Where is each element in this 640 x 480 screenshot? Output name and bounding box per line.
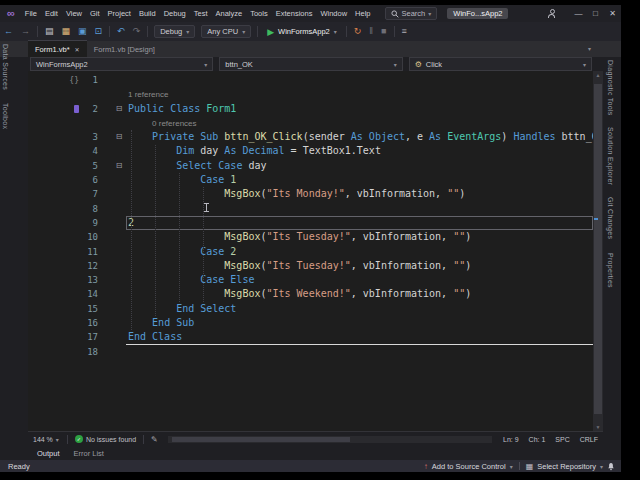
- tool-tab-data-sources[interactable]: Data Sources: [2, 44, 9, 90]
- menu-item-build[interactable]: Build: [135, 5, 160, 22]
- selection-margin[interactable]: [98, 302, 112, 316]
- selection-margin[interactable]: [98, 245, 112, 259]
- edit-pencil-icon[interactable]: ✎: [147, 435, 162, 444]
- code-text[interactable]: End Class: [126, 330, 593, 344]
- start-debugging-button[interactable]: ▶ WinFormsApp2 ▾: [261, 27, 343, 37]
- code-text[interactable]: MsgBox("Its Monday!", vbInformation, ""): [126, 187, 593, 201]
- menu-item-git[interactable]: Git: [86, 5, 104, 22]
- hot-reload-icon[interactable]: ↻: [350, 22, 366, 41]
- code-text[interactable]: [126, 73, 593, 87]
- glyph-margin[interactable]: [28, 216, 82, 230]
- selection-margin[interactable]: [98, 144, 112, 158]
- code-text[interactable]: End Select: [126, 302, 593, 316]
- code-line[interactable]: 8: [28, 202, 593, 216]
- code-line[interactable]: 4 Dim day As Decimal = TextBox1.Text: [28, 144, 593, 158]
- selection-margin[interactable]: [98, 330, 112, 344]
- code-text[interactable]: 2: [126, 216, 593, 230]
- code-line[interactable]: 3⊟ Private Sub bttn_OK_Click(sender As O…: [28, 130, 593, 144]
- select-repository-button[interactable]: Select Repository: [537, 462, 596, 471]
- horizontal-scrollbar[interactable]: [168, 436, 492, 443]
- tool-tab-toolbox[interactable]: Toolbox: [2, 103, 9, 129]
- glyph-margin[interactable]: [28, 173, 82, 187]
- code-text[interactable]: Select Case day: [126, 159, 593, 173]
- tool-tab-solution-explorer[interactable]: Solution Explorer: [607, 127, 614, 185]
- account-icon[interactable]: [547, 9, 556, 18]
- code-line[interactable]: 5⊟ Select Case day: [28, 159, 593, 173]
- code-text[interactable]: Dim day As Decimal = TextBox1.Text: [126, 144, 593, 158]
- document-health-indicator[interactable]: ✓ No issues found: [71, 435, 140, 443]
- add-to-source-control-button[interactable]: Add to Source Control: [432, 462, 506, 471]
- glyph-margin[interactable]: [28, 287, 82, 301]
- selection-margin[interactable]: [98, 273, 112, 287]
- tool-tab-git-changes[interactable]: Git Changes: [607, 197, 614, 239]
- menu-item-analyze[interactable]: Analyze: [212, 5, 247, 22]
- codelens-text[interactable]: 0 references: [152, 119, 196, 128]
- event-handler-dropdown[interactable]: ⚙ Click ▾: [409, 57, 592, 71]
- code-editor[interactable]: {}11 reference2⊟Public Class Form10 refe…: [28, 71, 593, 431]
- eol-indicator[interactable]: CRLF: [580, 436, 598, 443]
- glyph-margin[interactable]: [28, 130, 82, 144]
- space-mode-indicator[interactable]: SPC: [555, 436, 569, 443]
- maximize-button[interactable]: □: [587, 5, 604, 22]
- glyph-margin[interactable]: [28, 202, 82, 216]
- glyph-margin[interactable]: [28, 273, 82, 287]
- tab-form1-vb[interactable]: Form1.vb* ✕: [28, 40, 87, 57]
- zoom-dropdown[interactable]: 144 % ▾: [28, 436, 64, 443]
- debug-config-dropdown[interactable]: Debug ▾: [154, 25, 195, 38]
- scrollbar-thumb[interactable]: [172, 437, 350, 442]
- tab-list-chevron-icon[interactable]: ▾: [588, 41, 591, 57]
- tab-output[interactable]: Output: [30, 449, 67, 458]
- selection-margin[interactable]: [98, 116, 112, 130]
- selection-margin[interactable]: [98, 159, 112, 173]
- selection-margin[interactable]: [98, 259, 112, 273]
- selection-margin[interactable]: [98, 87, 112, 101]
- code-text[interactable]: Public Class Form1: [126, 102, 593, 116]
- selection-margin[interactable]: [98, 287, 112, 301]
- code-line[interactable]: 2⊟Public Class Form1: [28, 102, 593, 116]
- code-text[interactable]: Private Sub bttn_OK_Click(sender As Obje…: [126, 130, 593, 144]
- codelens-text[interactable]: 1 reference: [128, 90, 168, 99]
- menu-item-file[interactable]: File: [21, 5, 41, 22]
- selection-margin[interactable]: [98, 187, 112, 201]
- selection-margin[interactable]: [98, 316, 112, 330]
- menu-item-debug[interactable]: Debug: [160, 5, 190, 22]
- notifications-bell-icon[interactable]: [607, 462, 615, 471]
- tool-tab-properties[interactable]: Properties: [607, 253, 614, 288]
- scroll-up-icon[interactable]: ▲: [593, 72, 603, 78]
- stop-icon[interactable]: ■: [377, 22, 390, 41]
- selection-margin[interactable]: [98, 130, 112, 144]
- column-indicator[interactable]: Ch: 1: [529, 436, 546, 443]
- glyph-margin[interactable]: [28, 144, 82, 158]
- code-line[interactable]: 6 Case 1: [28, 173, 593, 187]
- codelens-label[interactable]: 0 references: [126, 116, 593, 130]
- close-tab-icon[interactable]: ✕: [75, 46, 80, 53]
- code-line[interactable]: 92: [28, 216, 593, 230]
- scrollbar-thumb[interactable]: [594, 84, 602, 414]
- codelens-row[interactable]: 1 reference: [28, 87, 593, 101]
- glyph-margin[interactable]: [28, 116, 82, 130]
- new-file-icon[interactable]: ▤: [41, 22, 58, 41]
- code-text[interactable]: MsgBox("Its Weekend!", vbInformation, ""…: [126, 287, 593, 301]
- visual-studio-logo-icon[interactable]: ∞: [0, 5, 21, 22]
- vertical-scrollbar[interactable]: ▲ ▼: [593, 71, 603, 431]
- tab-error-list[interactable]: Error List: [67, 449, 111, 458]
- tool-tab-diagnostic-tools[interactable]: Diagnostic Tools: [607, 60, 614, 116]
- glyph-margin[interactable]: [28, 187, 82, 201]
- code-text[interactable]: MsgBox("Its Tuesday!", vbInformation, ""…: [126, 259, 593, 273]
- code-line[interactable]: 12 MsgBox("Its Tuesday!", vbInformation,…: [28, 259, 593, 273]
- menu-item-tools[interactable]: Tools: [246, 5, 272, 22]
- fold-icon[interactable]: ⊟: [112, 102, 126, 116]
- selection-margin[interactable]: [98, 230, 112, 244]
- code-line[interactable]: 13 Case Else: [28, 273, 593, 287]
- glyph-margin[interactable]: [28, 316, 82, 330]
- code-line[interactable]: 17End Class: [28, 330, 593, 344]
- menu-item-window[interactable]: Window: [316, 5, 351, 22]
- menu-item-test[interactable]: Test: [190, 5, 212, 22]
- glyph-margin[interactable]: [28, 102, 82, 116]
- code-text[interactable]: MsgBox("Its Tuesday!", vbInformation, ""…: [126, 230, 593, 244]
- codelens-label[interactable]: 1 reference: [126, 87, 593, 101]
- menu-item-edit[interactable]: Edit: [41, 5, 62, 22]
- open-file-icon[interactable]: ▦: [58, 22, 75, 41]
- code-line[interactable]: 18: [28, 345, 593, 359]
- code-text[interactable]: Case 2: [126, 245, 593, 259]
